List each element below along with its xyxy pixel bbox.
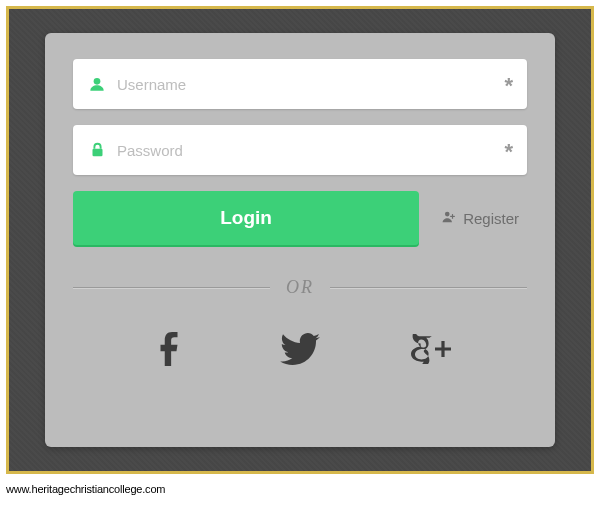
outer-frame: * * Login bbox=[6, 6, 594, 474]
lock-icon bbox=[87, 142, 107, 158]
user-plus-icon bbox=[441, 210, 457, 227]
password-input[interactable] bbox=[107, 125, 504, 175]
user-icon bbox=[87, 76, 107, 92]
register-link[interactable]: Register bbox=[433, 191, 527, 245]
facebook-button[interactable] bbox=[144, 326, 194, 376]
twitter-button[interactable] bbox=[275, 326, 325, 376]
twitter-icon bbox=[280, 333, 320, 369]
register-label: Register bbox=[463, 210, 519, 227]
social-row bbox=[73, 326, 527, 382]
divider-line bbox=[330, 287, 527, 288]
svg-rect-4 bbox=[450, 215, 455, 216]
divider-line bbox=[73, 287, 270, 288]
login-button[interactable]: Login bbox=[73, 191, 419, 245]
google-plus-icon bbox=[411, 334, 451, 368]
username-input[interactable] bbox=[107, 59, 504, 109]
login-card: * * Login bbox=[45, 33, 555, 447]
password-field[interactable]: * bbox=[73, 125, 527, 175]
svg-point-0 bbox=[94, 78, 101, 85]
svg-point-2 bbox=[445, 211, 450, 216]
required-marker: * bbox=[504, 71, 513, 97]
required-marker: * bbox=[504, 137, 513, 163]
actions-row: Login Register bbox=[73, 191, 527, 245]
divider-label: OR bbox=[286, 277, 314, 298]
svg-rect-1 bbox=[92, 149, 102, 157]
attribution-text: www.heritagechristiancollege.com bbox=[6, 483, 165, 495]
divider: OR bbox=[73, 277, 527, 298]
google-plus-button[interactable] bbox=[406, 326, 456, 376]
facebook-icon bbox=[160, 332, 178, 370]
username-field[interactable]: * bbox=[73, 59, 527, 109]
